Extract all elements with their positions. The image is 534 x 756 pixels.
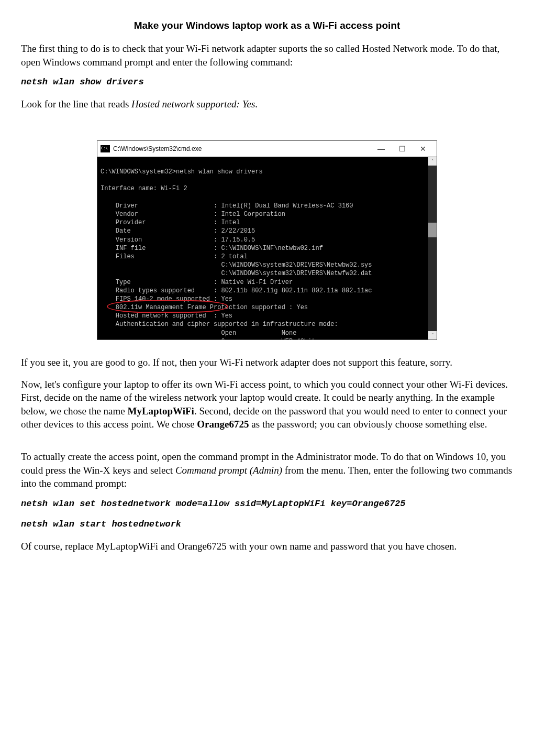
command-2: netsh wlan set hostednetwork mode=allow … [21, 499, 513, 509]
intro-paragraph: The first thing to do is to check that y… [21, 42, 513, 69]
command-3: netsh wlan start hostednetwork [21, 519, 513, 529]
config-d: as the password; you can obviously choos… [249, 419, 487, 430]
minimize-button[interactable]: — [371, 145, 392, 153]
maximize-button[interactable]: ☐ [392, 145, 413, 153]
window-titlebar[interactable]: C:\ C:\Windows\System32\cmd.exe — ☐ ✕ [97, 141, 437, 157]
look-text-a: Look for the line that reads [21, 98, 131, 109]
cmd-icon: C:\ [101, 145, 110, 152]
config-paragraph: Now, let's configure your laptop to offe… [21, 378, 513, 432]
admin-italic: Command prompt (Admin) [175, 465, 282, 476]
page-title: Make your Windows laptop work as a Wi-Fi… [21, 20, 513, 31]
look-for-line: Look for the line that reads Hosted netw… [21, 97, 513, 111]
console-output: C:\WINDOWS\system32>netsh wlan show driv… [97, 157, 437, 339]
close-button[interactable]: ✕ [413, 145, 433, 153]
config-key-bold: Orange6725 [197, 419, 249, 430]
config-ssid-bold: MyLaptopWiFi [127, 406, 194, 417]
look-text-italic: Hosted network supported: Yes [131, 98, 255, 109]
console-text: C:\WINDOWS\system32>netsh wlan show driv… [101, 168, 372, 339]
admin-paragraph: To actually create the access point, ope… [21, 450, 513, 490]
scroll-down-button[interactable]: ˅ [428, 331, 437, 339]
scrollbar-track[interactable] [428, 166, 437, 331]
look-text-b: . [255, 98, 258, 109]
console-window: C:\ C:\Windows\System32\cmd.exe — ☐ ✕ C:… [97, 140, 437, 340]
last-paragraph: Of course, replace MyLaptopWiFi and Oran… [21, 540, 513, 553]
window-title-text: C:\Windows\System32\cmd.exe [113, 145, 371, 152]
scroll-up-button[interactable]: ˄ [428, 157, 437, 166]
scrollbar-thumb[interactable] [428, 223, 437, 237]
after-console-paragraph: If you see it, you are good to go. If no… [21, 356, 513, 369]
command-1: netsh wlan show drivers [21, 77, 513, 87]
